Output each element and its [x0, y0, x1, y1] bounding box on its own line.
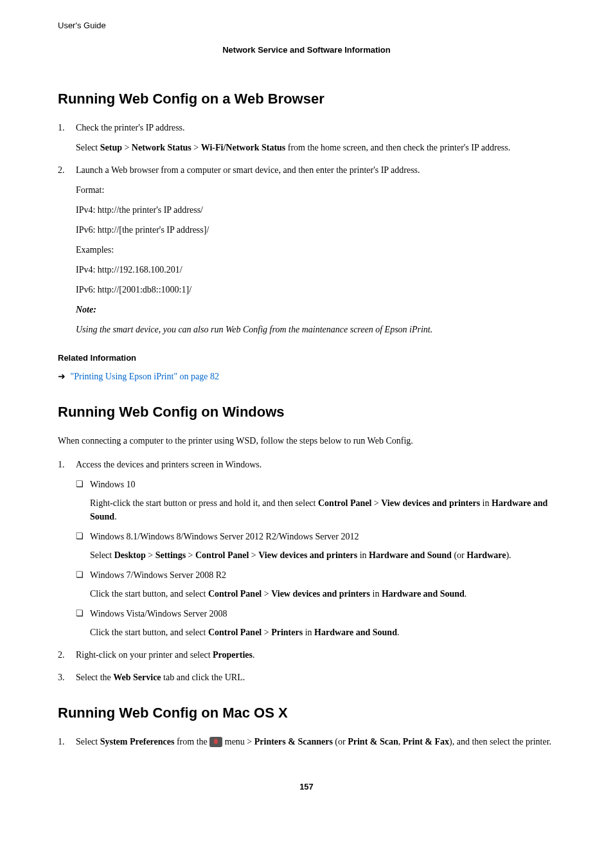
bold: Control Panel	[208, 628, 262, 637]
win10-label: Windows 10	[90, 480, 136, 489]
apple-menu-icon	[209, 737, 222, 747]
bold: View devices and printers	[258, 550, 357, 560]
bold: System Preferences	[100, 737, 175, 746]
bold: Setup	[100, 143, 122, 152]
vista-item: Windows Vista/Windows Server 2008 Click …	[76, 607, 555, 639]
text: >	[122, 143, 132, 152]
bold: Control Panel	[208, 589, 262, 599]
text: (or	[333, 737, 348, 746]
section1-steps: Check the printer's IP address. Select S…	[58, 121, 555, 336]
text: Select	[76, 737, 100, 746]
s2-step2: Right-click on your printer and select P…	[58, 648, 555, 662]
text: >	[371, 498, 381, 508]
bold: Print & Scan	[348, 737, 398, 746]
header-left: User's Guide	[58, 19, 555, 32]
text: tab and click the URL.	[161, 673, 245, 682]
s1-step2: Launch a Web browser from a computer or …	[58, 163, 555, 336]
s1-step1-main: Check the printer's IP address.	[76, 123, 185, 132]
win8-label: Windows 8.1/Windows 8/Windows Server 201…	[90, 532, 359, 541]
text: .	[397, 628, 400, 637]
section2-intro: When connecting a computer to the printe…	[58, 434, 555, 448]
text: >	[249, 550, 258, 560]
os-list: Windows 10 Right-click the start button …	[76, 478, 555, 639]
vista-label: Windows Vista/Windows Server 2008	[90, 609, 227, 619]
bold: Properties	[213, 650, 253, 660]
bold: Hardware and Sound	[382, 589, 465, 599]
s1-step1-detail: Select Setup > Network Status > Wi-Fi/Ne…	[76, 141, 555, 154]
bold: Printers & Scanners	[254, 737, 333, 746]
section2-steps: Access the devices and printers screen i…	[58, 458, 555, 684]
text: .	[253, 650, 255, 660]
text: from the	[174, 737, 209, 746]
bold: View devices and printers	[381, 498, 480, 508]
text: >	[191, 143, 201, 152]
win10-item: Windows 10 Right-click the start button …	[76, 478, 555, 523]
section2-title: Running Web Config on Windows	[58, 401, 555, 422]
text: in	[480, 498, 492, 508]
text: >	[262, 628, 271, 637]
text: Click the start button, and select	[90, 589, 208, 599]
related-information-heading: Related Information	[58, 352, 555, 365]
bold: Settings	[155, 550, 186, 560]
win7-item: Windows 7/Windows Server 2008 R2 Click t…	[76, 568, 555, 601]
text: in	[370, 589, 382, 599]
win10-desc: Right-click the start button or press an…	[90, 496, 555, 523]
text: >	[146, 550, 155, 560]
bold: Hardware	[466, 550, 506, 560]
header-center: Network Service and Software Information	[58, 44, 555, 57]
text: .	[114, 512, 117, 521]
bold: Print & Fax	[403, 737, 449, 746]
vista-desc: Click the start button, and select Contr…	[90, 626, 555, 639]
win7-desc: Click the start button, and select Contr…	[90, 587, 555, 601]
text: Select	[76, 143, 100, 152]
related-link-row: ➜ "Printing Using Epson iPrint" on page …	[58, 370, 555, 383]
section3-title: Running Web Config on Mac OS X	[58, 702, 555, 723]
s1-step2-main: Launch a Web browser from a computer or …	[76, 165, 420, 175]
text: in	[357, 550, 369, 560]
ipv6-example: IPv6: http://[2001:db8::1000:1]/	[76, 283, 555, 296]
text: Click the start button, and select	[90, 628, 208, 637]
bold: Hardware and Sound	[369, 550, 452, 560]
text: in	[303, 628, 314, 637]
related-link[interactable]: "Printing Using Epson iPrint" on page 82	[71, 372, 220, 381]
ipv4-example: IPv4: http://192.168.100.201/	[76, 263, 555, 276]
s2-step3: Select the Web Service tab and click the…	[58, 671, 555, 684]
s2-step1-main: Access the devices and printers screen i…	[76, 460, 262, 469]
bold: View devices and printers	[271, 589, 370, 599]
s3-step1: Select System Preferences from the menu …	[58, 735, 555, 748]
win8-desc: Select Desktop > Settings > Control Pane…	[90, 548, 555, 562]
examples-label: Examples:	[76, 243, 555, 257]
text: (or	[452, 550, 466, 560]
text: menu >	[222, 737, 254, 746]
ipv6-format: IPv6: http://[the printer's IP address]/	[76, 223, 555, 237]
text: Right-click the start button or press an…	[90, 498, 318, 508]
win8-item: Windows 8.1/Windows 8/Windows Server 201…	[76, 530, 555, 562]
bold: Wi-Fi/Network Status	[201, 143, 286, 152]
format-label: Format:	[76, 183, 555, 197]
text: ), and then select the printer.	[449, 737, 551, 746]
text: >	[262, 589, 271, 599]
note-text: Using the smart device, you can also run…	[76, 323, 555, 336]
text: Select	[90, 550, 114, 560]
arrow-right-icon: ➜	[58, 370, 66, 383]
bold: Control Panel	[318, 498, 371, 508]
bold: Network Status	[132, 143, 191, 152]
bold: Control Panel	[195, 550, 249, 560]
text: from the home screen, and then check the…	[285, 143, 510, 152]
section3-steps: Select System Preferences from the menu …	[58, 735, 555, 748]
s1-step1: Check the printer's IP address. Select S…	[58, 121, 555, 154]
text: ,	[398, 737, 403, 746]
ipv4-format: IPv4: http://the printer's IP address/	[76, 203, 555, 217]
text: ).	[506, 550, 511, 560]
page-number: 157	[58, 781, 555, 793]
text: .	[465, 589, 467, 599]
note-label: Note:	[76, 303, 555, 316]
text: >	[186, 550, 195, 560]
win7-label: Windows 7/Windows Server 2008 R2	[90, 570, 226, 580]
bold: Hardware and Sound	[314, 628, 397, 637]
s2-step1: Access the devices and printers screen i…	[58, 458, 555, 639]
text: Select the	[76, 673, 113, 682]
bold: Desktop	[114, 550, 146, 560]
bold: Printers	[271, 628, 303, 637]
text: Right-click on your printer and select	[76, 650, 213, 660]
